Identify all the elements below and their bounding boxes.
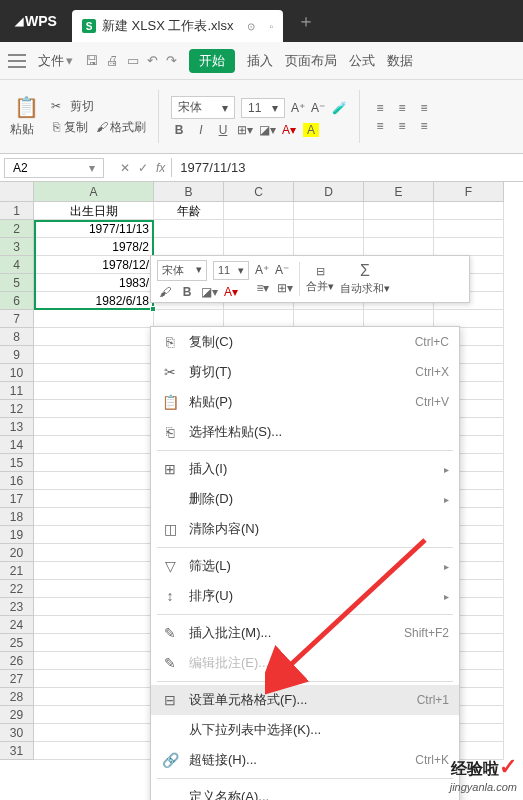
name-box[interactable]: A2▾ bbox=[4, 158, 104, 178]
font-size-select[interactable]: 11▾ bbox=[241, 98, 285, 118]
cell[interactable] bbox=[364, 238, 434, 256]
cell[interactable]: 1977/11/13 bbox=[34, 220, 154, 238]
row-header[interactable]: 31 bbox=[0, 742, 34, 760]
cell[interactable] bbox=[34, 670, 154, 688]
cm-delete[interactable]: 删除(D)▸ bbox=[151, 484, 459, 514]
row-header[interactable]: 13 bbox=[0, 418, 34, 436]
row-header[interactable]: 28 bbox=[0, 688, 34, 706]
tab-layout[interactable]: 页面布局 bbox=[285, 52, 337, 70]
cm-cut[interactable]: ✂剪切(T)Ctrl+X bbox=[151, 357, 459, 387]
mini-font-color-button[interactable]: A▾ bbox=[223, 285, 239, 299]
cell[interactable] bbox=[34, 706, 154, 724]
col-header-C[interactable]: C bbox=[224, 182, 294, 202]
cell[interactable] bbox=[34, 472, 154, 490]
cell[interactable] bbox=[34, 616, 154, 634]
file-menu[interactable]: 文件▾ bbox=[38, 52, 73, 70]
mini-fill-button[interactable]: ◪▾ bbox=[201, 285, 217, 299]
cell[interactable]: 1978/2 bbox=[34, 238, 154, 256]
row-header[interactable]: 18 bbox=[0, 508, 34, 526]
mini-align-button[interactable]: ≡▾ bbox=[255, 281, 271, 295]
cell[interactable] bbox=[34, 652, 154, 670]
mini-brush-icon[interactable]: 🖌 bbox=[157, 285, 173, 299]
document-tab[interactable]: S 新建 XLSX 工作表.xlsx ⊙ ▫ bbox=[72, 10, 283, 42]
new-tab-button[interactable]: ＋ bbox=[291, 9, 321, 33]
font-name-select[interactable]: 宋体▾ bbox=[171, 96, 235, 119]
row-header[interactable]: 8 bbox=[0, 328, 34, 346]
cell[interactable] bbox=[34, 742, 154, 760]
cell[interactable] bbox=[364, 202, 434, 220]
confirm-icon[interactable]: ✓ bbox=[138, 161, 148, 175]
fx-icon[interactable]: fx bbox=[156, 161, 165, 175]
redo-icon[interactable]: ↷ bbox=[166, 53, 177, 68]
cell[interactable] bbox=[154, 220, 224, 238]
copy-button[interactable]: ⎘复制 bbox=[48, 119, 88, 136]
increase-font-button[interactable]: A⁺ bbox=[291, 101, 305, 115]
cell[interactable] bbox=[34, 436, 154, 454]
cell[interactable] bbox=[224, 202, 294, 220]
cell[interactable] bbox=[34, 346, 154, 364]
mini-merge-button[interactable]: ⊟ 合并▾ bbox=[306, 265, 334, 294]
cm-hyperlink[interactable]: 🔗超链接(H)...Ctrl+K bbox=[151, 745, 459, 775]
mini-dec-font[interactable]: A⁻ bbox=[275, 263, 289, 277]
select-all-corner[interactable] bbox=[0, 182, 34, 202]
cm-pick-from-list[interactable]: 从下拉列表中选择(K)... bbox=[151, 715, 459, 745]
preview-icon[interactable]: ▭ bbox=[127, 53, 139, 68]
mini-bold-button[interactable]: B bbox=[179, 285, 195, 299]
row-header[interactable]: 5 bbox=[0, 274, 34, 292]
font-color-button[interactable]: A▾ bbox=[281, 123, 297, 137]
hamburger-icon[interactable] bbox=[8, 54, 26, 68]
row-header[interactable]: 7 bbox=[0, 310, 34, 328]
row-header[interactable]: 23 bbox=[0, 598, 34, 616]
cell[interactable] bbox=[434, 220, 504, 238]
paste-button[interactable]: 📋 粘贴 bbox=[6, 84, 38, 149]
highlight-button[interactable]: A bbox=[303, 123, 319, 137]
row-header[interactable]: 26 bbox=[0, 652, 34, 670]
row-header[interactable]: 20 bbox=[0, 544, 34, 562]
cm-format-cells[interactable]: ⊟设置单元格格式(F)...Ctrl+1 bbox=[151, 685, 459, 715]
col-header-D[interactable]: D bbox=[294, 182, 364, 202]
align-center-button[interactable]: ≡ bbox=[394, 119, 410, 133]
row-header[interactable]: 14 bbox=[0, 436, 34, 454]
cell[interactable] bbox=[294, 202, 364, 220]
tab-formula[interactable]: 公式 bbox=[349, 52, 375, 70]
cell[interactable] bbox=[34, 598, 154, 616]
mini-border-button[interactable]: ⊞▾ bbox=[277, 281, 293, 295]
tab-start[interactable]: 开始 bbox=[189, 49, 235, 73]
bold-button[interactable]: B bbox=[171, 123, 187, 137]
cm-copy[interactable]: ⎘复制(C)Ctrl+C bbox=[151, 327, 459, 357]
cell[interactable] bbox=[34, 418, 154, 436]
cm-clear[interactable]: ◫清除内容(N) bbox=[151, 514, 459, 544]
cell[interactable] bbox=[34, 526, 154, 544]
cell[interactable] bbox=[154, 238, 224, 256]
italic-button[interactable]: I bbox=[193, 123, 209, 137]
cell[interactable] bbox=[34, 400, 154, 418]
border-button[interactable]: ⊞▾ bbox=[237, 123, 253, 137]
cell[interactable] bbox=[34, 310, 154, 328]
cancel-icon[interactable]: ✕ bbox=[120, 161, 130, 175]
align-middle-button[interactable]: ≡ bbox=[394, 101, 410, 115]
row-header[interactable]: 1 bbox=[0, 202, 34, 220]
row-header[interactable]: 11 bbox=[0, 382, 34, 400]
mini-font-select[interactable]: 宋体▾ bbox=[157, 260, 207, 281]
col-header-A[interactable]: A bbox=[34, 182, 154, 202]
cell[interactable] bbox=[434, 202, 504, 220]
row-header[interactable]: 29 bbox=[0, 706, 34, 724]
cell[interactable] bbox=[34, 634, 154, 652]
print-icon[interactable]: 🖨 bbox=[106, 53, 119, 68]
formula-bar[interactable]: 1977/11/13 bbox=[171, 158, 523, 177]
row-header[interactable]: 16 bbox=[0, 472, 34, 490]
col-header-E[interactable]: E bbox=[364, 182, 434, 202]
cell[interactable] bbox=[34, 328, 154, 346]
cell[interactable] bbox=[364, 220, 434, 238]
cell[interactable]: 1982/6/18 bbox=[34, 292, 154, 310]
align-left-button[interactable]: ≡ bbox=[372, 119, 388, 133]
cell[interactable] bbox=[34, 382, 154, 400]
row-header[interactable]: 4 bbox=[0, 256, 34, 274]
row-header[interactable]: 10 bbox=[0, 364, 34, 382]
cell[interactable] bbox=[34, 454, 154, 472]
cell[interactable] bbox=[34, 724, 154, 742]
row-header[interactable]: 22 bbox=[0, 580, 34, 598]
save-icon[interactable]: 🖫 bbox=[85, 53, 98, 68]
cell[interactable] bbox=[434, 238, 504, 256]
tab-data[interactable]: 数据 bbox=[387, 52, 413, 70]
